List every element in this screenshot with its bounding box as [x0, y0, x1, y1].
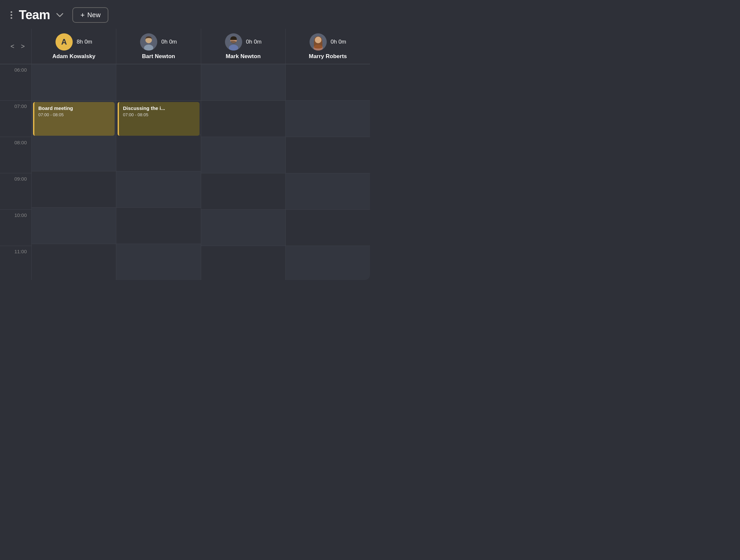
grid-body: 06:00 07:00 08:00 09:00 10:00 11:00 Boar… — [0, 64, 370, 280]
grid-cell-adam-0800[interactable] — [32, 135, 116, 171]
svg-point-9 — [315, 37, 321, 43]
grid-col-mark — [201, 64, 285, 280]
chevron-down-icon[interactable] — [55, 11, 65, 20]
time-label-0600: 06:00 — [0, 64, 31, 100]
grid-cell-mark-1000[interactable] — [201, 209, 285, 246]
event-board-meeting-time: 07:00 - 08:05 — [38, 112, 111, 117]
grid-col-adam: Board meeting 07:00 - 08:05 — [31, 64, 116, 280]
new-button[interactable]: + New — [72, 7, 108, 23]
grid-col-marry — [285, 64, 370, 280]
prev-button[interactable]: < — [9, 41, 16, 51]
hours-adam: 8h 0m — [77, 39, 92, 45]
grid-cell-marry-0600[interactable] — [286, 64, 370, 100]
event-discussing-title: Discussing the i... — [123, 105, 195, 111]
grid-cell-bart-0600[interactable] — [116, 64, 200, 100]
grid-cell-bart-0800[interactable] — [116, 135, 200, 171]
grid-cell-adam-0600[interactable] — [32, 64, 116, 100]
event-board-meeting[interactable]: Board meeting 07:00 - 08:05 — [33, 102, 115, 136]
event-board-meeting-title: Board meeting — [38, 105, 111, 111]
event-discussing[interactable]: Discussing the i... 07:00 - 08:05 — [118, 102, 199, 136]
time-gutter-nav: < > — [0, 29, 31, 64]
time-label-1100: 11:00 — [0, 246, 31, 280]
member-col-bart: 0h 0m Bart Newton — [116, 29, 200, 64]
time-label-0700: 07:00 — [0, 100, 31, 137]
next-button[interactable]: > — [19, 41, 27, 51]
time-label-0800: 08:00 — [0, 137, 31, 173]
member-name-mark[interactable]: Mark Newton — [225, 53, 261, 60]
grid-cell-marry-0900[interactable] — [286, 173, 370, 209]
grid-cell-adam-1000[interactable] — [32, 207, 116, 244]
avatar-bart[interactable] — [140, 33, 157, 50]
grid-cell-marry-1000[interactable] — [286, 209, 370, 246]
grid-col-bart: Discussing the i... 07:00 - 08:05 — [116, 64, 200, 280]
grid-cell-adam-0900[interactable] — [32, 171, 116, 207]
member-col-marry: 0h 0m Marry Roberts — [285, 29, 370, 64]
member-name-marry[interactable]: Marry Roberts — [309, 53, 347, 60]
grid-cell-bart-1000[interactable] — [116, 207, 200, 244]
grid-cell-mark-0700[interactable] — [201, 100, 285, 137]
grid-cell-bart-1100[interactable] — [116, 244, 200, 280]
member-name-adam[interactable]: Adam Kowalsky — [52, 53, 95, 60]
grid-cell-marry-1100[interactable] — [286, 246, 370, 280]
plus-icon: + — [80, 12, 85, 19]
page-title: Team — [19, 8, 50, 22]
menu-dots-icon[interactable] — [9, 10, 13, 20]
hours-bart: 0h 0m — [161, 39, 177, 45]
grid-cell-mark-1100[interactable] — [201, 246, 285, 280]
new-button-label: New — [87, 11, 100, 19]
grid-cell-mark-0900[interactable] — [201, 173, 285, 209]
hours-marry: 0h 0m — [331, 39, 346, 45]
avatar-adam[interactable]: A — [56, 33, 73, 50]
hours-mark: 0h 0m — [246, 39, 262, 45]
member-name-bart[interactable]: Bart Newton — [142, 53, 175, 60]
grid-cell-marry-0800[interactable] — [286, 137, 370, 173]
time-label-0900: 09:00 — [0, 173, 31, 209]
grid-columns: Board meeting 07:00 - 08:05 — [31, 64, 370, 280]
grid-cell-bart-0900[interactable] — [116, 171, 200, 207]
avatar-mark[interactable] — [225, 33, 242, 50]
grid-cell-mark-0600[interactable] — [201, 64, 285, 100]
grid-cell-adam-0700: Board meeting 07:00 - 08:05 — [32, 100, 116, 135]
grid-cell-marry-0700[interactable] — [286, 100, 370, 137]
members-row: < > A 8h 0m Adam Kowalsky — [0, 29, 370, 64]
event-discussing-time: 07:00 - 08:05 — [123, 112, 195, 117]
avatar-marry[interactable] — [309, 33, 327, 50]
grid-cell-adam-1100[interactable] — [32, 244, 116, 280]
grid-cell-mark-0800[interactable] — [201, 137, 285, 173]
header: Team + New — [0, 0, 370, 29]
time-label-1000: 10:00 — [0, 209, 31, 246]
member-col-adam: A 8h 0m Adam Kowalsky — [31, 29, 116, 64]
app-container: Team + New < > A 8h 0m — [0, 0, 370, 280]
time-labels: 06:00 07:00 08:00 09:00 10:00 11:00 — [0, 64, 31, 280]
grid-cell-bart-0700: Discussing the i... 07:00 - 08:05 — [116, 100, 200, 135]
calendar: < > A 8h 0m Adam Kowalsky — [0, 29, 370, 280]
member-col-mark: 0h 0m Mark Newton — [201, 29, 285, 64]
